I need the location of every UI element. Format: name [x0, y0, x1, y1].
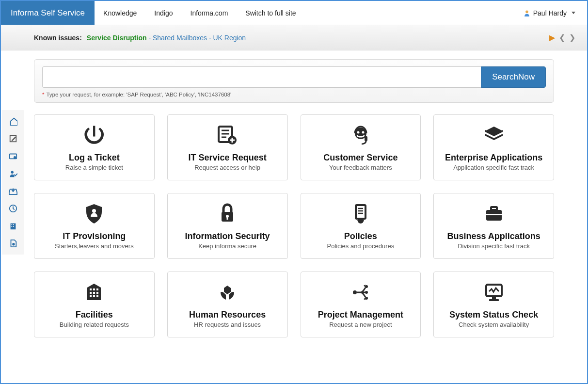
shield-icon [82, 202, 106, 227]
search-hint-text: Type your request, for example: 'SAP Req… [46, 92, 231, 97]
category-card-customer-service[interactable]: Customer ServiceYour feedback matters [301, 114, 421, 180]
card-subtitle: Starters,leavers and movers [55, 242, 134, 250]
category-card-policies[interactable]: PoliciesPolicies and procedures [301, 193, 421, 259]
next-icon[interactable]: ❯ [569, 33, 575, 42]
power-icon [82, 124, 106, 149]
card-title: Human Resources [189, 310, 266, 320]
chevron-down-icon [572, 12, 575, 14]
user-icon [524, 10, 530, 16]
layers-icon [482, 124, 506, 149]
category-card-it-service-request[interactable]: IT Service RequestRequest access or help [167, 114, 288, 180]
category-card-project-management[interactable]: Project ManagementRequest a new project [301, 272, 421, 337]
card-subtitle: Building related requests [60, 321, 129, 328]
card-subtitle: Policies and procedures [327, 242, 395, 250]
card-subtitle: Your feedback matters [329, 164, 392, 171]
building-icon [82, 281, 106, 306]
left-rail [2, 110, 24, 255]
search-hint: *Type your request, for example: 'SAP Re… [42, 92, 546, 97]
card-subtitle: Raise a simple ticket [65, 164, 123, 171]
category-card-human-resources[interactable]: Human ResourcesHR requests and issues [167, 272, 288, 337]
flow-icon [349, 281, 372, 306]
card-title: Facilities [76, 310, 113, 320]
nav-link-knowledge[interactable]: Knowledge [95, 1, 145, 25]
category-card-log-a-ticket[interactable]: Log a TicketRaise a simple ticket [34, 114, 155, 180]
nav-link-fullsite[interactable]: Switch to full site [237, 1, 304, 25]
category-card-it-provisioning[interactable]: IT ProvisioningStarters,leavers and move… [34, 193, 155, 259]
rail-card[interactable] [5, 148, 21, 164]
card-title: Business Applications [447, 231, 540, 241]
search-button[interactable]: SearchNow [481, 66, 546, 88]
briefcase-icon [482, 202, 506, 227]
nav-link-informa[interactable]: Informa.com [182, 1, 237, 25]
card-subtitle: Request a new project [329, 321, 392, 328]
card-title: Project Management [318, 310, 403, 320]
scroll-icon [349, 202, 372, 227]
card-title: System Status Check [449, 310, 538, 320]
category-card-business-applications[interactable]: Business ApplicationsDivision specific f… [433, 193, 554, 259]
nav-links: Knowledge Indigo Informa.com Switch to f… [95, 1, 305, 25]
hands-icon [216, 281, 239, 306]
play-icon[interactable]: ▶ [549, 33, 555, 42]
brand-title: Informa Self Service [1, 1, 95, 25]
rail-clock[interactable] [5, 200, 21, 217]
top-nav: Informa Self Service Knowledge Indigo In… [1, 1, 587, 25]
rail-person-check[interactable] [5, 165, 21, 182]
known-issues-label: Known issues: [34, 34, 82, 42]
card-subtitle: Division specific fast track [458, 242, 530, 250]
monitor-icon [482, 281, 506, 306]
card-subtitle: Application specific fast track [453, 164, 534, 171]
headset-icon [349, 124, 372, 149]
card-title: Information Security [185, 231, 270, 241]
search-input[interactable] [42, 66, 481, 88]
category-card-information-security[interactable]: Information SecurityKeep informa secure [167, 193, 288, 259]
card-subtitle: Keep informa secure [198, 242, 256, 250]
card-subtitle: Request access or help [194, 164, 260, 171]
known-issue-link[interactable]: Service Disruption - Shared Mailboxes - … [87, 34, 246, 42]
card-title: Enterprise Applications [445, 153, 542, 163]
rail-edit[interactable] [5, 130, 21, 147]
issue-kind: Service Disruption [87, 34, 147, 42]
category-card-system-status-check[interactable]: System Status CheckCheck system availabi… [433, 272, 554, 337]
category-card-facilities[interactable]: FacilitiesBuilding related requests [34, 272, 155, 337]
listplus-icon [216, 124, 239, 149]
lock-icon [216, 202, 239, 227]
user-menu[interactable]: Paul Hardy [512, 1, 587, 25]
card-title: Customer Service [323, 153, 397, 163]
category-card-enterprise-applications[interactable]: Enterprise ApplicationsApplication speci… [433, 114, 554, 180]
search-panel: SearchNow *Type your request, for exampl… [34, 59, 554, 103]
issues-nav: ▶ ❮ ❯ [549, 33, 575, 42]
rail-building[interactable] [5, 218, 21, 234]
category-grid: Log a TicketRaise a simple ticketIT Serv… [34, 114, 554, 337]
card-title: Log a Ticket [69, 153, 120, 163]
card-title: IT Service Request [189, 153, 267, 163]
card-subtitle: HR requests and issues [194, 321, 261, 328]
card-title: Policies [344, 231, 377, 241]
user-name: Paul Hardy [533, 9, 567, 17]
svg-point-50 [525, 10, 528, 13]
prev-icon[interactable]: ❮ [559, 33, 565, 42]
card-title: IT Provisioning [63, 231, 126, 241]
rail-inbox[interactable] [5, 183, 21, 199]
rail-home[interactable] [5, 113, 21, 129]
rail-doc[interactable] [5, 235, 21, 252]
known-issues-bar: Known issues: Service Disruption - Share… [1, 25, 587, 50]
issue-detail: - Shared Mailboxes - UK Region [147, 34, 246, 42]
card-subtitle: Check system availability [459, 321, 529, 328]
nav-link-indigo[interactable]: Indigo [145, 1, 181, 25]
